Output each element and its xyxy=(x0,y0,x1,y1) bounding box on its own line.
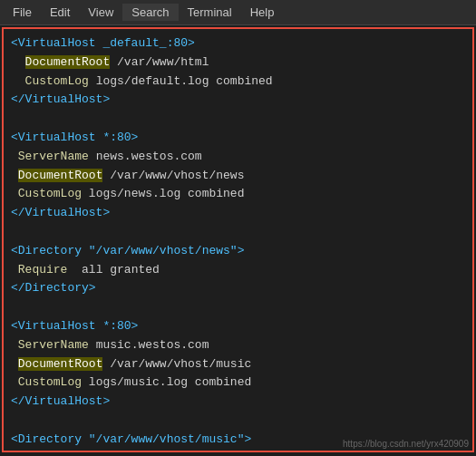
code-token: news.westos.com xyxy=(89,150,202,163)
code-token: all granted xyxy=(67,451,159,452)
watermark: https://blog.csdn.net/yrx420909 xyxy=(343,439,469,449)
app-window: FileEditViewSearchTerminalHelp <VirtualH… xyxy=(0,0,476,452)
code-token xyxy=(11,150,18,163)
code-token: Require xyxy=(18,451,68,452)
editor-line: CustomLog logs/default.log combined xyxy=(11,73,465,92)
menubar: FileEditViewSearchTerminalHelp xyxy=(0,0,476,25)
menu-item-terminal[interactable]: Terminal xyxy=(179,4,241,21)
code-token: <VirtualHost *:80> xyxy=(11,131,138,144)
editor-line: <VirtualHost *:80> xyxy=(11,317,465,336)
menu-item-help[interactable]: Help xyxy=(241,4,284,21)
code-token: logs/ xyxy=(89,74,131,88)
menu-item-search[interactable]: Search xyxy=(122,4,178,21)
code-token: .log combined xyxy=(180,74,272,88)
editor-line: </VirtualHost> xyxy=(11,204,465,223)
code-token: CustomLog xyxy=(25,74,89,88)
code-token: logs/news.log combined xyxy=(82,187,244,200)
code-token: <Directory "/var/www/vhost/music"> xyxy=(11,432,251,446)
editor-line: CustomLog logs/music.log combined xyxy=(11,374,465,393)
code-token xyxy=(11,357,18,371)
editor-line: Require all granted xyxy=(11,450,465,452)
menu-item-file[interactable]: File xyxy=(4,4,41,21)
editor-line: </VirtualHost> xyxy=(11,91,465,110)
code-token: <VirtualHost *:80> xyxy=(11,319,138,333)
code-token: ServerName xyxy=(18,338,89,352)
code-token: logs/music.log combined xyxy=(82,375,251,389)
code-token: </VirtualHost> xyxy=(11,206,110,219)
editor-line: DocumentRoot /var/www/html xyxy=(11,53,465,73)
code-token xyxy=(11,338,18,352)
editor-line: </Directory> xyxy=(11,279,465,298)
editor-line xyxy=(11,223,465,242)
editor-line xyxy=(11,110,465,129)
code-token: /var/www/vhost/music xyxy=(102,357,251,371)
code-token: CustomLog xyxy=(18,375,82,389)
editor-line: ServerName music.westos.com xyxy=(11,336,465,355)
code-token: </Directory> xyxy=(11,281,96,295)
code-token xyxy=(11,74,25,88)
editor-line: DocumentRoot /var/www/vhost/music xyxy=(11,355,465,374)
code-token: DocumentRoot xyxy=(25,55,111,69)
code-token: music.westos.com xyxy=(89,338,209,352)
code-token: default xyxy=(131,74,181,88)
code-token: all granted xyxy=(67,263,159,277)
editor-line: DocumentRoot /var/www/vhost/news xyxy=(11,167,465,186)
code-token: </VirtualHost> xyxy=(11,394,110,408)
code-token xyxy=(11,375,18,389)
editor-line: ServerName news.westos.com xyxy=(11,148,465,167)
code-token xyxy=(11,263,18,277)
code-token: </VirtualHost> xyxy=(11,92,110,106)
code-token xyxy=(11,55,25,69)
editor-line: </VirtualHost> xyxy=(11,393,465,412)
editor-line: Require all granted xyxy=(11,261,465,280)
editor-line: <VirtualHost *:80> xyxy=(11,129,465,148)
code-token: /var/www/vhost/news xyxy=(102,169,244,182)
editor[interactable]: <VirtualHost _default_:80> DocumentRoot … xyxy=(2,27,474,452)
code-token xyxy=(11,451,18,452)
menu-item-edit[interactable]: Edit xyxy=(41,4,79,21)
code-token: ServerName xyxy=(18,150,89,163)
editor-line: <VirtualHost _default_:80> xyxy=(11,34,465,53)
editor-line: CustomLog logs/news.log combined xyxy=(11,185,465,204)
code-token: DocumentRoot xyxy=(18,357,103,371)
code-token: DocumentRoot xyxy=(18,169,103,182)
code-token: Require xyxy=(18,263,68,277)
editor-line: <Directory "/var/www/vhost/news"> xyxy=(11,242,465,261)
code-token: /var/www/html xyxy=(110,55,209,69)
code-token: <VirtualHost _default_:80> xyxy=(11,36,195,50)
code-token xyxy=(11,169,18,182)
code-token: CustomLog xyxy=(18,187,82,200)
menu-item-view[interactable]: View xyxy=(79,4,122,21)
code-token xyxy=(11,187,18,200)
editor-line xyxy=(11,298,465,317)
editor-line xyxy=(11,412,465,431)
code-token: <Directory "/var/www/vhost/news"> xyxy=(11,244,244,257)
